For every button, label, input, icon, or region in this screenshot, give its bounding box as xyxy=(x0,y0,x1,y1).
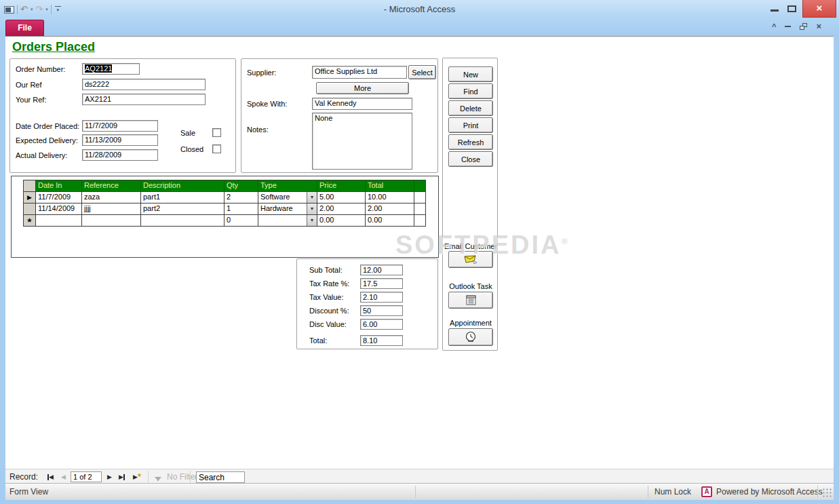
cell-reference[interactable]: zaza xyxy=(82,192,141,203)
col-header-type[interactable]: Type xyxy=(258,180,317,192)
col-header-description[interactable]: Description xyxy=(141,180,225,192)
col-header-qty[interactable]: Qty xyxy=(225,180,258,192)
cell-price[interactable]: 5.00 xyxy=(317,192,366,203)
disc-value-input[interactable]: 6.00 xyxy=(360,319,403,330)
cell-type[interactable]: ▾ xyxy=(258,215,317,227)
totals-group: Sub Total: 12.00 Tax Rate %: 17.5 Tax Va… xyxy=(296,258,438,349)
undo-dropdown-icon[interactable]: ▾ xyxy=(31,7,33,12)
order-items-subform: Date In Reference Description Qty Type P… xyxy=(11,176,439,258)
window-border xyxy=(0,500,839,504)
selector-header-cell[interactable] xyxy=(24,180,36,192)
col-header-total[interactable]: Total xyxy=(366,180,414,192)
search-input[interactable]: Search xyxy=(196,471,245,483)
row-selector-current[interactable]: ▶ xyxy=(24,192,36,203)
print-button[interactable]: Print xyxy=(448,117,493,133)
discount-input[interactable]: 50 xyxy=(360,305,403,316)
total-input[interactable]: 8.10 xyxy=(360,335,403,346)
find-button[interactable]: Find xyxy=(448,83,493,99)
closed-checkbox[interactable] xyxy=(212,144,221,153)
cell-price[interactable]: 2.00 xyxy=(317,203,366,215)
cell-spare xyxy=(414,215,426,227)
child-restore-icon[interactable] xyxy=(800,23,807,30)
cell-description[interactable]: part1 xyxy=(141,192,225,203)
title-bar: - Microsoft Access ↶ ▾ ↷ ▾ ▾ × File ^ × xyxy=(0,0,839,36)
no-filter-label[interactable]: No Filter xyxy=(167,472,197,482)
email-icon xyxy=(464,255,477,265)
cell-date-in[interactable] xyxy=(36,215,82,227)
your-ref-input[interactable]: AX2121 xyxy=(82,94,206,105)
col-header-price[interactable]: Price xyxy=(317,180,366,192)
cell-qty[interactable]: 0 xyxy=(225,215,258,227)
spoke-with-input[interactable]: Val Kennedy xyxy=(312,98,412,110)
separator xyxy=(51,5,52,14)
cell-reference[interactable] xyxy=(82,215,141,227)
expected-delivery-label: Expected Delivery: xyxy=(16,136,78,144)
row-selector[interactable] xyxy=(24,203,36,215)
new-record-icon[interactable]: ▶* xyxy=(133,472,141,482)
minimize-button[interactable] xyxy=(770,9,779,12)
redo-dropdown-icon[interactable]: ▾ xyxy=(45,7,48,12)
next-record-icon[interactable]: ▶ xyxy=(107,472,112,482)
form-view-icon[interactable] xyxy=(4,6,14,14)
tax-rate-input[interactable]: 17.5 xyxy=(360,278,403,289)
cell-qty[interactable]: 1 xyxy=(225,203,258,215)
child-minimize-icon[interactable] xyxy=(785,26,791,27)
appointment-button[interactable] xyxy=(448,328,493,346)
type-dropdown-icon[interactable]: ▾ xyxy=(307,203,317,214)
cell-price[interactable]: 0.00 xyxy=(317,215,366,227)
new-button[interactable]: New xyxy=(448,66,493,82)
outlook-task-button[interactable] xyxy=(448,292,493,309)
supplier-input[interactable]: Office Supplies Ltd xyxy=(312,66,407,79)
expected-delivery-input[interactable]: 11/13/2009 xyxy=(82,134,158,146)
cell-date-in[interactable]: 11/14/2009 xyxy=(36,203,82,215)
tax-value-input[interactable]: 2.10 xyxy=(360,292,403,303)
row-selector-new[interactable]: * xyxy=(24,215,36,227)
type-dropdown-icon[interactable]: ▾ xyxy=(307,215,317,226)
date-order-placed-input[interactable]: 11/7/2009 xyxy=(82,120,158,132)
previous-record-icon[interactable]: ◀ xyxy=(61,472,66,482)
type-dropdown-icon[interactable]: ▾ xyxy=(307,192,317,203)
cell-total[interactable]: 2.00 xyxy=(366,203,414,215)
notes-textarea[interactable]: None xyxy=(312,113,412,170)
cell-total[interactable]: 0.00 xyxy=(366,215,414,227)
form-view-area: Orders Placed Order Number: AQ2121 Our R… xyxy=(5,36,834,483)
record-position-box[interactable]: 1 of 2 xyxy=(71,471,102,482)
maximize-button[interactable] xyxy=(787,5,796,12)
separator xyxy=(17,5,18,14)
col-header-reference[interactable]: Reference xyxy=(82,180,141,192)
cell-type[interactable]: Software▾ xyxy=(258,192,317,203)
order-number-input[interactable]: AQ2121 xyxy=(82,63,140,75)
refresh-button[interactable]: Refresh xyxy=(448,134,493,150)
delete-button[interactable]: Delete xyxy=(448,100,493,116)
close-button[interactable]: × xyxy=(802,0,836,18)
no-filter-icon[interactable] xyxy=(155,473,161,483)
cell-total[interactable]: 10.00 xyxy=(366,192,414,203)
last-record-icon[interactable]: ▶ xyxy=(119,472,125,482)
first-record-icon[interactable]: ◀ xyxy=(47,472,54,482)
email-customer-button[interactable] xyxy=(448,251,493,268)
child-close-icon[interactable]: × xyxy=(816,22,821,30)
disc-value-label: Disc Value: xyxy=(309,320,347,328)
redo-icon[interactable]: ↷ xyxy=(35,5,43,14)
cell-description[interactable]: part2 xyxy=(141,203,225,215)
our-ref-input[interactable]: ds2222 xyxy=(82,79,206,90)
access-logo-icon: A xyxy=(701,486,712,497)
file-tab[interactable]: File xyxy=(5,20,44,36)
sub-total-input[interactable]: 12.00 xyxy=(360,265,403,275)
cell-type[interactable]: Hardware▾ xyxy=(258,203,317,215)
undo-icon[interactable]: ↶ xyxy=(20,5,28,14)
cell-qty[interactable]: 2 xyxy=(225,192,258,203)
actual-delivery-input[interactable]: 11/28/2009 xyxy=(82,149,158,161)
customize-qat-icon[interactable]: ▾ xyxy=(54,6,62,13)
select-supplier-button[interactable]: Select xyxy=(408,65,436,79)
col-header-date-in[interactable]: Date In xyxy=(36,180,82,192)
collapse-ribbon-icon[interactable]: ^ xyxy=(772,23,776,30)
cell-date-in[interactable]: 11/7/2009 xyxy=(36,192,82,203)
close-form-button[interactable]: Close xyxy=(448,151,493,167)
cell-description[interactable] xyxy=(141,215,225,227)
cell-reference[interactable]: jjjj xyxy=(82,203,141,215)
resize-grip[interactable] xyxy=(822,488,832,497)
tax-value-label: Tax Value: xyxy=(309,293,344,301)
more-button[interactable]: More xyxy=(316,82,409,94)
sale-checkbox[interactable] xyxy=(212,128,221,137)
